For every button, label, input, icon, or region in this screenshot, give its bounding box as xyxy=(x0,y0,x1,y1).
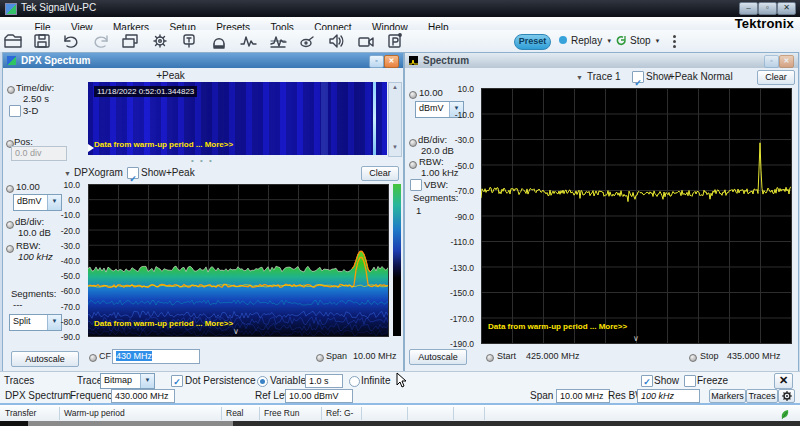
start-value[interactable]: 425.000 MHz xyxy=(526,351,580,361)
analysis-button[interactable] xyxy=(236,30,261,51)
sp-dbdiv-knob-icon[interactable] xyxy=(409,139,417,147)
spectrum-restore-button[interactable]: ▫ xyxy=(764,55,779,68)
dpxogram-show-label: Show xyxy=(141,167,166,178)
vbw-checkbox[interactable] xyxy=(410,179,422,191)
dpxogram-warmup-note[interactable]: Data from warm-up period ... More>> xyxy=(94,319,233,328)
redo-button[interactable] xyxy=(88,30,113,51)
infinite-radio[interactable] xyxy=(349,376,360,387)
markers-button[interactable]: Markers xyxy=(709,389,746,403)
rbw-knob-icon[interactable] xyxy=(6,245,14,253)
timediv-value[interactable]: 2.50 s xyxy=(23,93,49,104)
time-analysis-button[interactable] xyxy=(265,30,290,51)
dpx-ref-level[interactable]: 10.00 xyxy=(16,181,40,192)
span-input[interactable]: 10.00 MHz xyxy=(556,389,610,403)
scroll-down-icon[interactable]: ▼ xyxy=(389,144,401,150)
y-tick-label: -20.0 xyxy=(61,226,80,236)
span-setting-label: Span xyxy=(530,390,553,401)
pos-input[interactable]: 0.0 div xyxy=(11,146,67,161)
stop-value[interactable]: 435.000 MHz xyxy=(727,351,781,361)
stop-knob-icon[interactable] xyxy=(689,354,697,362)
y-tick-label: -90.0 xyxy=(455,212,474,222)
traces-type-dropdown[interactable]: Bitmap▼ xyxy=(100,373,155,389)
open-button[interactable] xyxy=(0,30,25,51)
minimize-button[interactable]: – xyxy=(739,2,758,15)
settings-close-button[interactable]: ✕ xyxy=(774,373,793,389)
timediv-knob-icon[interactable] xyxy=(7,86,15,94)
current-line-marker xyxy=(88,144,94,152)
stop-label: Stop xyxy=(630,35,651,46)
span-knob-icon[interactable] xyxy=(316,354,324,362)
dpx-button[interactable] xyxy=(295,30,320,51)
scroll-up-icon[interactable]: ▲ xyxy=(389,84,401,90)
settings-gear-button[interactable] xyxy=(778,389,795,403)
instrument-eject-icon[interactable] xyxy=(6,20,17,29)
cf-knob-icon[interactable] xyxy=(89,354,97,362)
gear-icon xyxy=(150,32,170,50)
span-value[interactable]: 10.00 MHz xyxy=(353,351,397,361)
save-button[interactable] xyxy=(29,30,54,51)
dpx-window-titlebar[interactable]: DPX Spectrum ▫ ✕ xyxy=(3,53,403,68)
sgram-detection-label: +Peak xyxy=(88,70,253,81)
replay-caret-icon[interactable]: ▼ xyxy=(606,38,612,44)
trace-clear-button[interactable]: Clear xyxy=(757,70,795,85)
sp-reflevel-knob-icon[interactable] xyxy=(409,91,417,99)
settings-button[interactable] xyxy=(147,30,172,51)
resbw-input[interactable]: 100 kHz xyxy=(637,389,700,403)
new-preset-button[interactable] xyxy=(383,30,408,51)
variable-radio[interactable] xyxy=(257,376,268,387)
traces-button[interactable]: Traces xyxy=(746,389,778,403)
undo-button[interactable] xyxy=(59,30,84,51)
dpx-close-button[interactable]: ✕ xyxy=(384,55,399,68)
cf-input[interactable]: 430 MHz xyxy=(112,349,200,364)
frequency-input[interactable]: 430.000 MHz xyxy=(111,389,175,403)
record-button[interactable] xyxy=(353,30,378,51)
camera-icon xyxy=(356,32,376,50)
displays-button[interactable] xyxy=(118,30,143,51)
audio-button[interactable] xyxy=(324,30,349,51)
reflev-input[interactable]: 10.00 dBmV xyxy=(285,389,353,403)
start-knob-icon[interactable] xyxy=(486,354,494,362)
splitter-handle[interactable]: • • • xyxy=(191,156,214,165)
spectrum-window-titlebar[interactable]: Spectrum ▫ ✕ xyxy=(405,53,798,68)
spectrum-plot[interactable]: Data from warm-up period ... More>> ∨ xyxy=(481,88,792,344)
variable-time-input[interactable]: 1.0 s xyxy=(305,374,343,388)
eco-leaf-icon xyxy=(780,409,790,420)
dpx-autoscale-button[interactable]: Autoscale xyxy=(11,351,79,367)
dpxogram-show-checkbox[interactable]: ✓ xyxy=(127,167,139,179)
trigger-button[interactable] xyxy=(177,30,202,51)
workspace: DPX Spectrum ▫ ✕ +Peak Time/div: 2.50 s … xyxy=(0,52,800,371)
spectrum-show-checkbox[interactable]: ✓ xyxy=(641,375,653,387)
spectrogram-warmup-note[interactable]: Data from warm-up period ... More>> xyxy=(94,140,233,149)
y-tick-label: -80.0 xyxy=(61,317,80,327)
taskbar-segment-dark xyxy=(233,421,800,426)
dpxogram-detection-label: +Peak xyxy=(166,167,195,178)
stop-caret-icon[interactable]: ▼ xyxy=(655,38,661,44)
status-empty-3 xyxy=(453,407,485,420)
stop-control[interactable]: Stop▼ xyxy=(616,35,661,46)
spectrogram-scrollbar[interactable]: ▲ ▼ xyxy=(388,82,402,157)
3d-checkbox[interactable] xyxy=(9,105,21,117)
replay-label: Replay xyxy=(571,35,602,46)
reflevel-knob-icon[interactable] xyxy=(6,185,14,193)
acquire-button[interactable] xyxy=(206,30,231,51)
sp-autoscale-button[interactable]: Autoscale xyxy=(409,349,467,365)
sp-rbw-knob-icon[interactable] xyxy=(409,161,417,169)
trace-collapse-icon[interactable]: ▼ xyxy=(576,74,583,81)
dpx-restore-button[interactable]: ▫ xyxy=(369,55,384,68)
dpxogram-clear-button[interactable]: Clear xyxy=(361,166,399,181)
preset-button[interactable]: Preset xyxy=(514,34,551,50)
dbdiv-knob-icon[interactable] xyxy=(6,221,14,229)
close-button[interactable]: ✕ xyxy=(777,2,796,15)
dpx-spectrogram-display[interactable]: 11/18/2022 0:52:01.344823 Data from warm… xyxy=(88,82,387,155)
trace-show-checkbox[interactable]: ✓ xyxy=(632,71,644,83)
dpxogram-collapse-icon[interactable]: ▼ xyxy=(64,170,71,177)
overflow-menu-icon[interactable] xyxy=(673,35,677,50)
freeze-checkbox[interactable] xyxy=(684,375,696,387)
maximize-button[interactable]: ▫ xyxy=(758,2,777,15)
spectrum-warmup-note[interactable]: Data from warm-up period ... More>> xyxy=(488,322,627,331)
dot-persistence-checkbox[interactable]: ✓ xyxy=(171,375,183,387)
dot-persistence-label: Dot Persistence xyxy=(185,375,256,386)
replay-control[interactable]: Replay▼ xyxy=(559,35,612,46)
dpxogram-plot[interactable]: Data from warm-up period ... More>> ∨ xyxy=(88,184,389,337)
spectrum-close-button[interactable]: ✕ xyxy=(779,55,794,68)
